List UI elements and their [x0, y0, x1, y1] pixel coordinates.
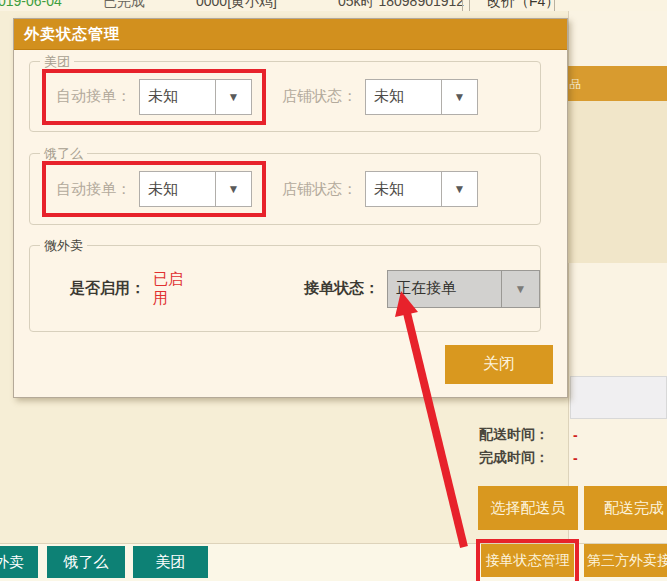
accept-status-label: 接单状态： — [304, 279, 379, 298]
eleme-shop-status-select[interactable]: 未知 ▼ — [365, 171, 478, 207]
tab-waimai[interactable]: 外卖 — [0, 546, 38, 578]
shop-status-label: 店铺状态： — [282, 180, 357, 199]
divider — [462, 0, 463, 11]
auto-accept-label: 自动接单： — [56, 87, 131, 106]
order-row: 019-06-04 已完成 0000[黄小鸡] 05k时 18098901912… — [0, 0, 667, 11]
dialog-header: 外卖状态管理 — [14, 19, 567, 50]
tab-eleme[interactable]: 饿了么 — [47, 546, 125, 578]
eleme-section: 饿了么 自动接单： 未知 ▼ 店铺状态： 未知 ▼ — [29, 153, 541, 225]
meituan-section: 美团 自动接单： 未知 ▼ 店铺状态： 未知 ▼ — [29, 61, 541, 132]
order-status: 已完成 — [103, 0, 145, 11]
dialog-title: 外卖状态管理 — [24, 25, 120, 44]
enabled-value: 已启用 — [153, 270, 196, 308]
meituan-shop-status-group: 店铺状态： 未知 ▼ — [268, 69, 492, 125]
auto-accept-label: 自动接单： — [56, 180, 131, 199]
dropdown-arrow-icon: ▼ — [215, 80, 251, 114]
divider — [469, 0, 470, 11]
dropdown-arrow-icon: ▼ — [215, 172, 251, 206]
dropdown-arrow-icon: ▼ — [441, 80, 477, 114]
delivery-time-row: 配送时间： - — [479, 426, 578, 444]
background-gray-panel — [570, 376, 667, 419]
dropdown-arrow-icon: ▼ — [441, 172, 477, 206]
order-date: 019-06-04 — [0, 0, 62, 9]
enabled-label: 是否启用： — [70, 279, 145, 298]
accept-status-select[interactable]: 正在接单 ▼ — [387, 270, 540, 308]
meituan-shop-status-select[interactable]: 未知 ▼ — [365, 79, 478, 115]
order-phone: 05k时 18098901912 — [338, 0, 464, 11]
weiwaimai-section: 微外卖 是否启用： 已启用 接单状态： 正在接单 ▼ — [29, 245, 541, 332]
order-action: 改价（F4） — [487, 0, 559, 11]
eleme-shop-status-group: 店铺状态： 未知 ▼ — [268, 161, 492, 217]
eleme-auto-accept-highlight: 自动接单： 未知 ▼ — [42, 161, 266, 217]
meituan-auto-accept-select[interactable]: 未知 ▼ — [139, 79, 252, 115]
select-courier-button[interactable]: 选择配送员 — [478, 486, 578, 530]
dropdown-arrow-icon: ▼ — [501, 271, 539, 307]
divider — [554, 0, 555, 11]
accept-status-manage-button[interactable]: 接单状态管理 — [481, 544, 574, 577]
background-block — [568, 101, 667, 263]
third-party-accept-button[interactable]: 第三方外卖接单 — [584, 544, 667, 577]
tab-meituan[interactable]: 美团 — [133, 546, 208, 578]
delivery-done-button[interactable]: 配送完成 — [584, 486, 667, 530]
order-item: 0000[黄小鸡] — [196, 0, 277, 11]
table-header-partial: 品 — [568, 66, 667, 101]
close-button[interactable]: 关闭 — [445, 345, 553, 384]
eleme-auto-accept-select[interactable]: 未知 ▼ — [139, 171, 252, 207]
meituan-auto-accept-highlight: 自动接单： 未知 ▼ — [42, 69, 266, 125]
finish-time-row: 完成时间： - — [479, 449, 578, 467]
takeout-status-dialog: 外卖状态管理 美团 自动接单： 未知 ▼ 店铺状态： 未知 ▼ 饿了么 — [13, 18, 568, 398]
table-header-text: 品 — [569, 76, 581, 93]
shop-status-label: 店铺状态： — [282, 87, 357, 106]
